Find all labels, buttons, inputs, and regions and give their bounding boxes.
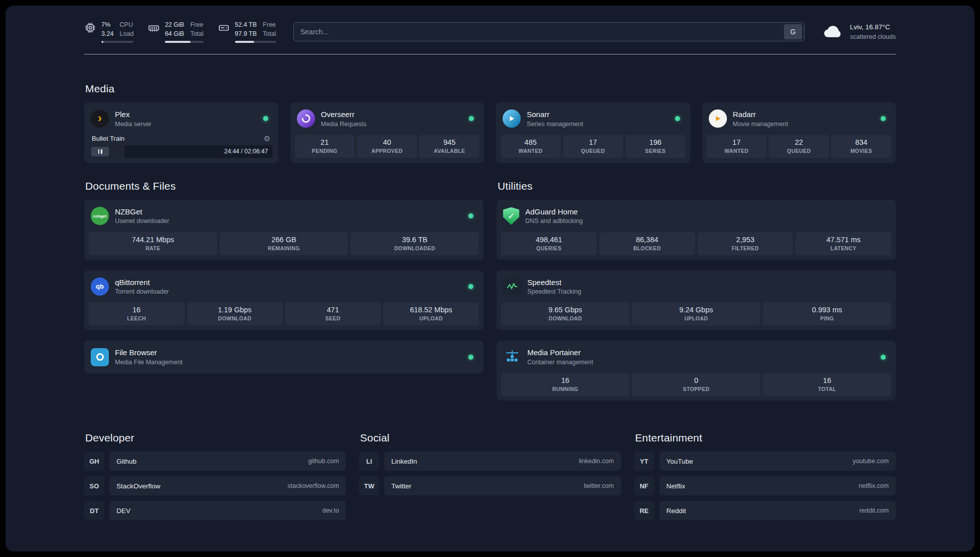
service-card-overseerr[interactable]: Overseerr Media Requests 21 PENDING 40 A…: [290, 102, 484, 163]
bookmark-linkedin[interactable]: LI LinkedIn linkedin.com: [359, 452, 621, 471]
service-name: Radarr: [733, 109, 788, 120]
stat-pending: 21 PENDING: [295, 135, 355, 158]
playback-bar[interactable]: 24:44 / 02:06:47: [90, 145, 273, 158]
status-dot: [469, 116, 474, 121]
bookmark-url: twitter.com: [584, 482, 614, 489]
load-label: Load: [119, 30, 134, 39]
service-card-qbittorrent[interactable]: qb qBittorrent Torrent downloader 16 LEE…: [84, 270, 483, 330]
section-title-utilities: Utilities: [498, 180, 896, 192]
section-title-media: Media: [85, 83, 896, 95]
service-description: Movie management: [733, 120, 788, 128]
service-name: qBittorrent: [115, 277, 169, 288]
memory-widget: 22 GiB 64 GiB Free Total: [148, 21, 204, 43]
bookmark-group-developer: Developer GH Github github.com SO StackO…: [84, 432, 346, 526]
stat-latency: 47.571 ms LATENCY: [795, 232, 891, 255]
stat-download: 9.65 Gbps DOWNLOAD: [501, 302, 630, 325]
stat-downloaded: 39.6 TB DOWNLOADED: [350, 232, 479, 255]
bookmark-name: Github: [116, 458, 137, 465]
bookmark-name: Netflix: [666, 482, 686, 490]
bookmark-url: github.com: [308, 458, 339, 465]
stat-remaining: 266 GB REMAINING: [220, 232, 348, 255]
now-playing-track: Bullet Train: [92, 135, 125, 142]
overseerr-icon: [297, 109, 315, 128]
dashboard: 7% 3.24 CPU Load: [6, 6, 974, 551]
stat-rate: 744.21 Mbps RATE: [89, 232, 217, 255]
bookmark-abbr: NF: [634, 476, 654, 495]
bookmark-github[interactable]: GH Github github.com: [84, 452, 346, 471]
bookmark-name: DEV: [116, 507, 131, 515]
service-name: Overseerr: [321, 109, 366, 120]
stat-wanted: 485 WANTED: [501, 135, 561, 158]
stat-upload: 9.24 Gbps UPLOAD: [632, 302, 761, 325]
bookmark-group-title: Entertainment: [635, 432, 896, 444]
plex-now-playing: Bullet Train ⚙ 24:44 / 02:06:47: [89, 135, 274, 158]
disk-total-value: 97.9 TB: [235, 30, 257, 39]
cpu-usage-value: 7%: [101, 21, 113, 30]
bookmark-url: youtube.com: [852, 458, 889, 465]
status-dot: [468, 284, 473, 289]
total-label: Total: [190, 30, 203, 39]
service-name: Sonarr: [527, 109, 583, 120]
section-title-documents: Documents & Files: [85, 180, 483, 192]
service-description: Media Requests: [321, 120, 366, 128]
bookmark-twitter[interactable]: TW Twitter twitter.com: [359, 476, 621, 495]
cpu-widget: 7% 3.24 CPU Load: [84, 21, 134, 43]
service-name: NZBGet: [115, 207, 169, 217]
pause-icon: [98, 149, 100, 154]
bookmark-stackoverflow[interactable]: SO StackOverflow stackoverflow.com: [84, 476, 346, 495]
sonarr-icon: [503, 109, 521, 128]
bookmark-youtube[interactable]: YT YouTube youtube.com: [634, 452, 896, 471]
stat-seed: 471 SEED: [285, 302, 381, 325]
bookmark-abbr: TW: [359, 476, 379, 495]
service-description: Speedtest Tracking: [527, 288, 581, 296]
bookmark-abbr: RE: [634, 501, 654, 520]
section-documents: Documents & Files nzbget NZBGet Usenet d…: [84, 180, 483, 401]
service-description: Container management: [527, 358, 593, 366]
service-card-speedtest[interactable]: Speedtest Speedtest Tracking 9.65 Gbps D…: [497, 270, 896, 330]
stat-blocked: 86,384 BLOCKED: [599, 232, 695, 255]
stat-upload: 618.52 Mbps UPLOAD: [383, 302, 479, 325]
service-description: Series management: [527, 120, 583, 128]
search-input[interactable]: [294, 28, 784, 36]
search-provider-button[interactable]: G: [784, 24, 802, 39]
bookmark-name: Reddit: [666, 507, 686, 515]
memory-icon: [148, 22, 160, 34]
radarr-icon: [709, 109, 727, 128]
bookmark-dev[interactable]: DT DEV dev.to: [84, 501, 346, 520]
stat-running: 16 RUNNING: [501, 373, 630, 396]
service-card-plex[interactable]: › Plex Media server Bullet Train ⚙: [84, 102, 278, 163]
total-label: Total: [263, 30, 276, 39]
disk-widget: 52.4 TB 97.9 TB Free Total: [218, 21, 276, 43]
stat-filtered: 2,953 FILTERED: [698, 232, 793, 255]
service-card-adguard[interactable]: ✓ AdGuard Home DNS and adblocking 498,46…: [497, 200, 896, 260]
service-card-nzbget[interactable]: nzbget NZBGet Usenet downloader 744.21 M…: [84, 200, 483, 260]
stat-leech: 16 LEECH: [89, 302, 185, 325]
bookmark-reddit[interactable]: RE Reddit reddit.com: [634, 501, 896, 520]
status-dot: [881, 116, 886, 121]
service-card-portainer[interactable]: Media Portainer Container management 16 …: [497, 341, 896, 401]
weather-widget: Lviv, 16.87°C scattered clouds: [823, 22, 896, 41]
service-name: File Browser: [115, 348, 182, 358]
disk-icon: [218, 22, 230, 34]
bookmark-abbr: GH: [84, 452, 104, 471]
service-card-radarr[interactable]: Radarr Movie management 17 WANTED 22 QUE…: [702, 102, 896, 163]
pause-button[interactable]: [91, 147, 109, 156]
gear-icon[interactable]: ⚙: [264, 135, 270, 142]
bookmark-netflix[interactable]: NF Netflix netflix.com: [634, 476, 896, 495]
playback-time: 24:44 / 02:06:47: [224, 148, 268, 155]
bookmark-name: LinkedIn: [391, 458, 417, 465]
stat-queued: 17 QUEUED: [563, 135, 623, 158]
bookmark-abbr: YT: [634, 452, 654, 471]
top-bar: 7% 3.24 CPU Load: [84, 6, 896, 43]
service-card-filebrowser[interactable]: File Browser Media File Management: [84, 341, 483, 373]
stat-stopped: 0 STOPPED: [632, 373, 761, 396]
bookmark-name: StackOverflow: [116, 482, 160, 490]
bookmark-abbr: DT: [84, 501, 104, 520]
bookmark-name: YouTube: [666, 458, 693, 465]
memory-total-value: 64 GiB: [165, 30, 184, 39]
section-media: Media › Plex Media server Bullet Train ⚙: [84, 83, 896, 163]
service-card-sonarr[interactable]: Sonarr Series management 485 WANTED 17 Q…: [496, 102, 690, 163]
bookmark-group-title: Social: [360, 432, 621, 444]
cloud-icon: [823, 24, 844, 39]
cpu-load-value: 3.24: [101, 30, 113, 39]
